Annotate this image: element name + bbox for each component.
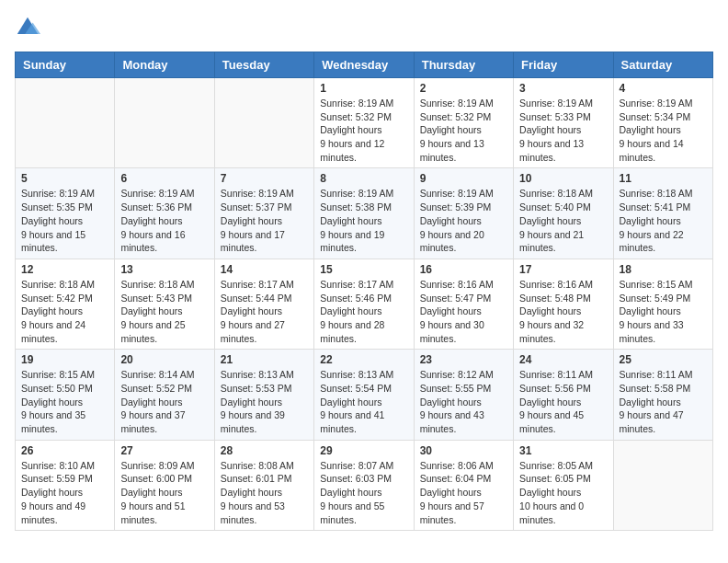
day-number: 28 [221, 444, 308, 457]
day-info: Sunrise: 8:11 AMSunset: 5:58 PMDaylight … [620, 368, 707, 435]
day-number: 22 [320, 353, 407, 366]
day-number: 9 [420, 172, 507, 185]
day-number: 2 [420, 82, 507, 95]
week-row-3: 12Sunrise: 8:18 AMSunset: 5:42 PMDayligh… [16, 259, 713, 349]
day-info: Sunrise: 8:12 AMSunset: 5:55 PMDaylight … [420, 368, 507, 435]
day-cell: 17Sunrise: 8:16 AMSunset: 5:48 PMDayligh… [514, 259, 613, 349]
day-cell: 16Sunrise: 8:16 AMSunset: 5:47 PMDayligh… [414, 259, 513, 349]
day-number: 14 [221, 263, 308, 276]
day-number: 25 [620, 353, 707, 366]
day-cell: 21Sunrise: 8:13 AMSunset: 5:53 PMDayligh… [214, 350, 313, 440]
logo-icon [15, 15, 40, 40]
day-info: Sunrise: 8:17 AMSunset: 5:46 PMDaylight … [320, 278, 407, 345]
day-number: 24 [519, 353, 607, 366]
day-cell: 24Sunrise: 8:11 AMSunset: 5:56 PMDayligh… [514, 350, 613, 440]
day-cell [214, 78, 313, 168]
day-cell: 18Sunrise: 8:15 AMSunset: 5:49 PMDayligh… [613, 259, 712, 349]
day-info: Sunrise: 8:19 AMSunset: 5:34 PMDaylight … [620, 97, 707, 164]
day-cell: 7Sunrise: 8:19 AMSunset: 5:37 PMDaylight… [214, 168, 313, 259]
day-cell [613, 440, 712, 530]
week-row-5: 26Sunrise: 8:10 AMSunset: 5:59 PMDayligh… [16, 440, 713, 530]
day-number: 21 [221, 353, 308, 366]
day-info: Sunrise: 8:10 AMSunset: 5:59 PMDaylight … [21, 459, 108, 526]
day-info: Sunrise: 8:19 AMSunset: 5:32 PMDaylight … [320, 97, 407, 164]
day-cell: 6Sunrise: 8:19 AMSunset: 5:36 PMDaylight… [115, 168, 214, 259]
day-number: 27 [120, 444, 208, 457]
logo [15, 15, 44, 40]
day-header-thursday: Thursday [414, 52, 513, 78]
day-cell: 30Sunrise: 8:06 AMSunset: 6:04 PMDayligh… [414, 440, 513, 530]
day-number: 10 [519, 172, 607, 185]
day-header-saturday: Saturday [613, 52, 712, 78]
day-cell: 3Sunrise: 8:19 AMSunset: 5:33 PMDaylight… [514, 78, 613, 168]
day-header-sunday: Sunday [16, 52, 115, 78]
day-number: 11 [620, 172, 707, 185]
day-info: Sunrise: 8:16 AMSunset: 5:47 PMDaylight … [420, 278, 507, 345]
day-cell [115, 78, 214, 168]
day-number: 30 [420, 444, 507, 457]
day-number: 8 [320, 172, 407, 185]
day-number: 13 [120, 263, 208, 276]
day-cell: 22Sunrise: 8:13 AMSunset: 5:54 PMDayligh… [314, 350, 414, 440]
day-number: 6 [120, 172, 208, 185]
day-number: 17 [519, 263, 607, 276]
day-number: 4 [620, 82, 707, 95]
day-info: Sunrise: 8:18 AMSunset: 5:40 PMDaylight … [519, 187, 607, 254]
day-number: 19 [21, 353, 108, 366]
day-number: 3 [519, 82, 607, 95]
day-info: Sunrise: 8:16 AMSunset: 5:48 PMDaylight … [519, 278, 607, 345]
day-cell [16, 78, 115, 168]
day-cell: 9Sunrise: 8:19 AMSunset: 5:39 PMDaylight… [414, 168, 513, 259]
day-cell: 15Sunrise: 8:17 AMSunset: 5:46 PMDayligh… [314, 259, 414, 349]
day-info: Sunrise: 8:18 AMSunset: 5:43 PMDaylight … [120, 278, 208, 345]
week-row-4: 19Sunrise: 8:15 AMSunset: 5:50 PMDayligh… [16, 350, 713, 440]
day-info: Sunrise: 8:09 AMSunset: 6:00 PMDaylight … [120, 459, 208, 526]
day-cell: 4Sunrise: 8:19 AMSunset: 5:34 PMDaylight… [613, 78, 712, 168]
day-number: 31 [519, 444, 607, 457]
day-cell: 28Sunrise: 8:08 AMSunset: 6:01 PMDayligh… [214, 440, 313, 530]
week-row-1: 1Sunrise: 8:19 AMSunset: 5:32 PMDaylight… [16, 78, 713, 168]
day-cell: 23Sunrise: 8:12 AMSunset: 5:55 PMDayligh… [414, 350, 513, 440]
day-number: 1 [320, 82, 407, 95]
calendar-header-row: SundayMondayTuesdayWednesdayThursdayFrid… [16, 52, 713, 78]
day-header-friday: Friday [514, 52, 613, 78]
day-number: 12 [21, 263, 108, 276]
day-cell: 27Sunrise: 8:09 AMSunset: 6:00 PMDayligh… [115, 440, 214, 530]
day-number: 23 [420, 353, 507, 366]
day-info: Sunrise: 8:18 AMSunset: 5:42 PMDaylight … [21, 278, 108, 345]
day-info: Sunrise: 8:19 AMSunset: 5:37 PMDaylight … [221, 187, 308, 254]
day-cell: 19Sunrise: 8:15 AMSunset: 5:50 PMDayligh… [16, 350, 115, 440]
day-number: 18 [620, 263, 707, 276]
day-number: 16 [420, 263, 507, 276]
day-header-tuesday: Tuesday [214, 52, 313, 78]
day-cell: 12Sunrise: 8:18 AMSunset: 5:42 PMDayligh… [16, 259, 115, 349]
day-info: Sunrise: 8:15 AMSunset: 5:49 PMDaylight … [620, 278, 707, 345]
day-cell: 11Sunrise: 8:18 AMSunset: 5:41 PMDayligh… [613, 168, 712, 259]
day-number: 26 [21, 444, 108, 457]
day-header-monday: Monday [115, 52, 214, 78]
day-cell: 2Sunrise: 8:19 AMSunset: 5:32 PMDaylight… [414, 78, 513, 168]
day-cell: 5Sunrise: 8:19 AMSunset: 5:35 PMDaylight… [16, 168, 115, 259]
day-info: Sunrise: 8:17 AMSunset: 5:44 PMDaylight … [221, 278, 308, 345]
week-row-2: 5Sunrise: 8:19 AMSunset: 5:35 PMDaylight… [16, 168, 713, 259]
day-cell: 20Sunrise: 8:14 AMSunset: 5:52 PMDayligh… [115, 350, 214, 440]
day-info: Sunrise: 8:19 AMSunset: 5:33 PMDaylight … [519, 97, 607, 164]
day-cell: 29Sunrise: 8:07 AMSunset: 6:03 PMDayligh… [314, 440, 414, 530]
day-cell: 14Sunrise: 8:17 AMSunset: 5:44 PMDayligh… [214, 259, 313, 349]
day-info: Sunrise: 8:19 AMSunset: 5:36 PMDaylight … [120, 187, 208, 254]
day-cell: 13Sunrise: 8:18 AMSunset: 5:43 PMDayligh… [115, 259, 214, 349]
day-info: Sunrise: 8:08 AMSunset: 6:01 PMDaylight … [221, 459, 308, 526]
day-info: Sunrise: 8:14 AMSunset: 5:52 PMDaylight … [120, 368, 208, 435]
day-info: Sunrise: 8:15 AMSunset: 5:50 PMDaylight … [21, 368, 108, 435]
day-cell: 25Sunrise: 8:11 AMSunset: 5:58 PMDayligh… [613, 350, 712, 440]
day-info: Sunrise: 8:18 AMSunset: 5:41 PMDaylight … [620, 187, 707, 254]
day-info: Sunrise: 8:13 AMSunset: 5:54 PMDaylight … [320, 368, 407, 435]
day-header-wednesday: Wednesday [314, 52, 414, 78]
day-number: 15 [320, 263, 407, 276]
page-header [15, 15, 713, 40]
day-info: Sunrise: 8:07 AMSunset: 6:03 PMDaylight … [320, 459, 407, 526]
day-info: Sunrise: 8:11 AMSunset: 5:56 PMDaylight … [519, 368, 607, 435]
day-info: Sunrise: 8:19 AMSunset: 5:38 PMDaylight … [320, 187, 407, 254]
day-cell: 31Sunrise: 8:05 AMSunset: 6:05 PMDayligh… [514, 440, 613, 530]
day-number: 5 [21, 172, 108, 185]
